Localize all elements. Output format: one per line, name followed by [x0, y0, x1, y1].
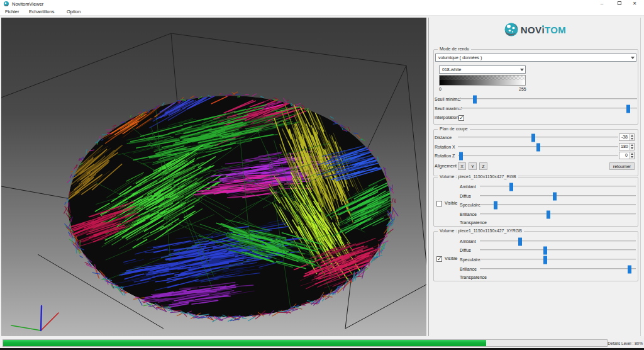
close-button[interactable]: ✕ — [628, 0, 641, 8]
maximize-button[interactable] — [613, 0, 626, 8]
spin-arrows — [629, 144, 634, 150]
v1-brillance-slider[interactable] — [480, 213, 636, 215]
v2-speculaire-slider[interactable] — [480, 259, 636, 261]
menu-option[interactable]: Option — [67, 9, 80, 14]
group-mode-label: Mode de rendu — [438, 47, 471, 51]
colormap-select[interactable]: 018-white — [439, 65, 526, 74]
distance-spinbox[interactable]: -38 — [619, 133, 635, 141]
v1-transparence-label: Transparence — [460, 220, 487, 225]
slider-handle[interactable] — [626, 104, 630, 113]
render-mode-select[interactable]: volumique ( données ) — [435, 54, 636, 62]
rotation-z-slider[interactable] — [458, 155, 618, 157]
spin-down-icon[interactable] — [630, 137, 634, 140]
spin-arrows — [629, 134, 634, 140]
v2-brillance-label: Brillance — [460, 267, 477, 271]
seuil-min-label: Seuil minimal — [435, 97, 461, 101]
v2-ambiant-label: Ambiant — [460, 239, 476, 244]
render-mode-value: volumique ( données ) — [438, 55, 482, 60]
retourner-button[interactable]: retourner — [609, 162, 635, 170]
slider-handle[interactable] — [536, 143, 540, 151]
v2-ambiant-slider[interactable] — [480, 240, 636, 242]
colormap-alpha-gradient — [440, 76, 525, 80]
slider-handle[interactable] — [547, 210, 550, 218]
slider-handle[interactable] — [543, 256, 547, 264]
rotation-x-spinbox[interactable]: 180 — [619, 143, 635, 150]
volume-rgb-title: Volume : piece1_1150x1150x427_RGB — [438, 174, 518, 179]
control-panel: NOViTOM Mode de rendu volumique ( donnée… — [428, 18, 640, 336]
slider-handle[interactable] — [543, 246, 547, 254]
window-title: NovitomViewer — [12, 1, 43, 7]
slider-handle[interactable] — [473, 95, 477, 103]
distance-slider[interactable] — [458, 137, 618, 138]
v1-speculaire-label: Speculaire — [460, 203, 480, 207]
v1-speculaire-slider[interactable] — [480, 204, 636, 206]
title-bar: NovitomViewer – ✕ — [0, 0, 644, 8]
rotation-z-spinbox[interactable]: 0 — [619, 152, 635, 159]
slider-handle[interactable] — [628, 265, 631, 273]
rotation-x-slider[interactable] — [458, 146, 618, 148]
details-progress-bar — [3, 339, 608, 347]
v1-brillance-label: Brillance — [460, 212, 477, 217]
menu-echantillons[interactable]: Echantillons — [29, 9, 54, 14]
v2-diffus-slider[interactable] — [480, 249, 636, 251]
scale-min-label: 0 — [439, 87, 441, 91]
colormap-value: 018-white — [442, 67, 461, 72]
v1-ambiant-label: Ambiant — [460, 184, 476, 189]
align-y-button[interactable]: Y — [469, 162, 477, 170]
v2-brillance-slider[interactable] — [480, 268, 636, 270]
v1-diffus-slider[interactable] — [480, 195, 636, 197]
rotation-z-value: 0 — [621, 153, 628, 157]
interpolation-checkbox[interactable] — [458, 115, 464, 121]
v2-speculaire-label: Speculaire — [460, 257, 480, 262]
app-window: NovitomViewer – ✕ Fichier Echantillons O… — [0, 0, 644, 350]
rotation-z-label: Rotation Z — [435, 154, 455, 158]
distance-label: Distance — [435, 135, 452, 140]
volume-rgb-visible-checkbox[interactable] — [436, 201, 442, 206]
novitom-logo: NOViTOM — [429, 21, 641, 38]
volume-xyrgb-visible-label: Visible — [445, 256, 458, 261]
main-area: NOViTOM Mode de rendu volumique ( donnée… — [0, 16, 644, 336]
distance-value: -38 — [621, 135, 628, 139]
align-z-button[interactable]: Z — [479, 162, 487, 170]
v1-diffus-label: Diffus — [460, 194, 471, 198]
v1-ambiant-slider[interactable] — [480, 186, 636, 188]
spin-arrows — [629, 152, 634, 159]
minimize-button[interactable]: – — [595, 0, 609, 8]
app-icon — [4, 1, 9, 6]
slider-handle[interactable] — [518, 237, 522, 246]
maximize-icon — [618, 1, 621, 5]
seuil-max-slider[interactable] — [458, 108, 637, 110]
spin-down-icon[interactable] — [630, 155, 634, 159]
fiber-disc — [57, 74, 401, 333]
details-level-label: Details Level : 80% — [608, 341, 643, 346]
group-volume-xyrgb: Volume : piece1_1150x1150x427_XYRGB — [433, 231, 638, 281]
v2-diffus-label: Diffus — [460, 248, 471, 252]
colormap-gradient — [440, 80, 525, 85]
v2-transparence-label: Transparence — [460, 275, 487, 279]
menu-fichier[interactable]: Fichier — [5, 9, 19, 14]
slider-handle[interactable] — [553, 192, 557, 200]
scale-max-label: 255 — [519, 87, 526, 91]
spin-down-icon[interactable] — [630, 147, 634, 150]
menu-bar: Fichier Echantillons Option — [0, 8, 644, 16]
viewport-3d[interactable] — [1, 18, 426, 336]
slider-handle[interactable] — [459, 152, 463, 160]
volume-xyrgb-title: Volume : piece1_1150x1150x427_XYRGB — [438, 229, 524, 233]
panel-right-edge — [640, 18, 644, 336]
rotation-x-label: Rotation X — [435, 145, 455, 149]
novitom-sphere-icon — [504, 22, 519, 37]
volume-xyrgb-visible-checkbox[interactable] — [436, 256, 442, 262]
seuil-min-slider[interactable] — [458, 98, 637, 100]
slider-handle[interactable] — [509, 183, 513, 191]
group-cut-label: Plan de coupe — [438, 127, 470, 131]
volume-render — [1, 18, 426, 336]
alignement-label: Alignement — [435, 164, 457, 168]
interpolation-label: interpolation — [435, 115, 458, 120]
details-progress-fill — [3, 340, 486, 346]
slider-handle[interactable] — [531, 133, 535, 142]
axis-triad-icon — [11, 306, 58, 330]
align-x-button[interactable]: X — [458, 162, 466, 170]
slider-handle[interactable] — [494, 201, 497, 209]
chevron-down-icon — [631, 57, 635, 59]
volume-rgb-visible-label: Visible — [445, 201, 458, 205]
